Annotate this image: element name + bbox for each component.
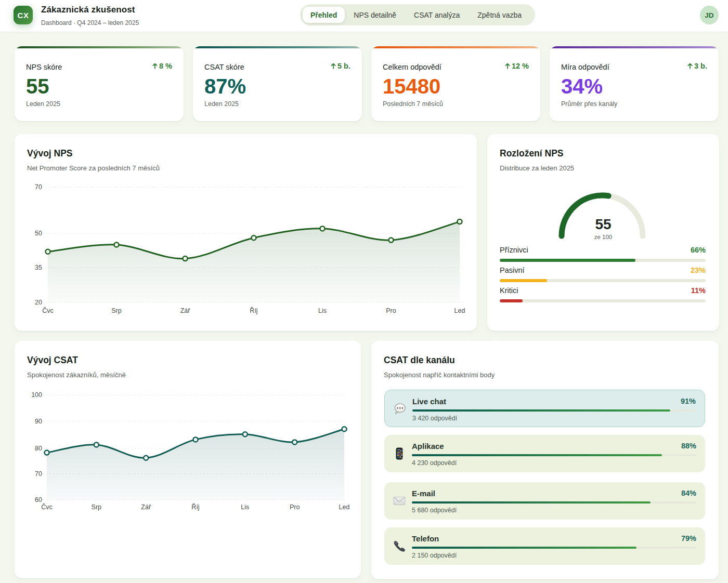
svg-text:Zář: Zář: [141, 504, 151, 511]
svg-text:20: 20: [35, 299, 42, 306]
svg-text:80: 80: [35, 445, 42, 452]
svg-text:Čvc: Čvc: [41, 503, 53, 511]
svg-text:90: 90: [35, 418, 42, 425]
svg-text:Lis: Lis: [241, 504, 249, 511]
svg-text:70: 70: [35, 183, 42, 191]
svg-text:Srp: Srp: [92, 504, 102, 511]
svg-text:Říj: Říj: [191, 503, 199, 511]
svg-text:100: 100: [31, 391, 42, 399]
svg-text:50: 50: [35, 230, 42, 237]
svg-text:Led: Led: [339, 504, 350, 511]
svg-text:Pro: Pro: [386, 307, 396, 314]
svg-text:35: 35: [35, 264, 42, 271]
svg-text:Pro: Pro: [290, 504, 300, 511]
svg-text:Srp: Srp: [111, 307, 122, 314]
svg-text:Lis: Lis: [318, 307, 327, 314]
svg-text:Čvc: Čvc: [42, 307, 54, 314]
svg-text:Říj: Říj: [250, 307, 257, 314]
svg-text:70: 70: [35, 470, 42, 478]
svg-text:60: 60: [35, 496, 42, 504]
svg-text:Zář: Zář: [180, 307, 191, 314]
svg-text:Led: Led: [454, 307, 465, 314]
